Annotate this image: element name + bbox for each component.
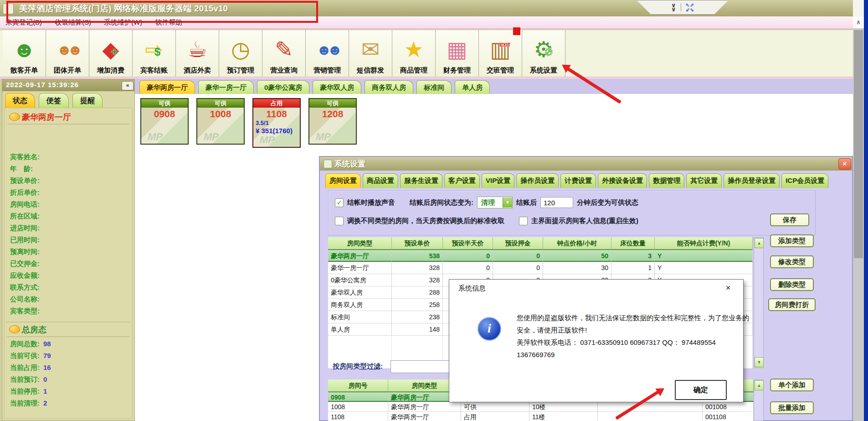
button-修改类型[interactable]: 修改类型 [770, 255, 814, 268]
toolbar-button-single-guest[interactable]: 散客开单 [3, 30, 46, 77]
checkout-options-group: ✓ 结帐时播放声音 结账后房间状态变为: 清理 ▼ 结账后 分钟后变为可供状态 … [328, 191, 816, 235]
sidebar-tab-1[interactable]: 状态 [5, 93, 35, 108]
flap-divider [681, 3, 681, 11]
scrollbar-up-arrow[interactable]: ∧ [853, 16, 864, 28]
toolbar-button-takeout[interactable]: 酒店外卖 [176, 30, 219, 77]
settings-tab-8[interactable]: 外接设备设置 [598, 173, 647, 188]
filter-label: 按房间类型过滤: [333, 362, 383, 371]
toolbar-button-label: 团体开单 [54, 66, 81, 75]
type-table-cell: Y [655, 262, 753, 274]
toolbar-button-business-query[interactable]: 营业查询 [262, 30, 306, 77]
status-after-combobox[interactable]: 清理 ▼ [477, 197, 513, 208]
type-table-cell: 单人房 [328, 323, 392, 336]
room-card-1108[interactable]: 占用11083.5/1¥ 351(1760)MP [252, 98, 301, 148]
toolbar-button-booking-clock[interactable]: 预订管理 [219, 30, 262, 77]
room-tab-5[interactable]: 商务双人房 [365, 80, 413, 94]
toolbar-button-goods-star[interactable]: 商品管理 [392, 30, 436, 77]
scroll-up-icon[interactable]: ▲ [755, 380, 764, 390]
after-minutes-input[interactable] [540, 197, 573, 208]
room-card-1208[interactable]: 可供1208MP [308, 98, 357, 145]
room-tab-1[interactable]: 豪华两房一厅 [139, 80, 195, 94]
toolbar-button-label: 增加消费 [97, 66, 124, 75]
message-line-4: 1367669769 [517, 348, 727, 361]
settings-tab-9[interactable]: 数据管理 [649, 173, 684, 188]
scroll-down-icon[interactable]: ▼ [755, 357, 764, 367]
toolbar-button-system-settings-gear[interactable]: 系统设置 [522, 30, 565, 77]
double-chevron-down-icon[interactable]: ∨∨ [671, 3, 676, 11]
rooms-table-scrollbar[interactable]: ▲ [754, 379, 764, 421]
add-consume-icon [103, 33, 119, 66]
button-添加类型[interactable]: 添加类型 [770, 234, 814, 247]
sidebar-tab-2[interactable]: 便签 [39, 93, 69, 108]
button-房间费打折[interactable]: 房间费打折 [768, 298, 816, 311]
settings-tab-7[interactable]: 计费设置 [560, 173, 596, 188]
message-close-icon[interactable]: × [723, 283, 734, 293]
save-button[interactable]: 保存 [770, 213, 809, 226]
room-tab-2[interactable]: 豪华一房一厅 [198, 80, 254, 94]
settings-tab-4[interactable]: 客户设置 [444, 173, 480, 188]
swap-room-type-checkbox[interactable] [335, 217, 344, 225]
settings-tab-2[interactable]: 商品设置 [363, 173, 398, 188]
sidebar: 2022-09-17 15:39:26 « 状态便签提醒 豪华两房一厅 宾客姓名… [2, 79, 135, 421]
settings-tab-12[interactable]: ICP会员设置 [781, 173, 828, 188]
settings-tab-3[interactable]: 服务生设置 [400, 173, 442, 188]
room-card-1008[interactable]: 可供1008MP [196, 98, 245, 145]
button-删除类型[interactable]: 删除类型 [770, 278, 814, 291]
page-scrollbar-thumb[interactable] [854, 30, 863, 258]
settings-tab-11[interactable]: 操作员登录设置 [724, 173, 780, 188]
summary-header: 总房态 [9, 324, 46, 335]
toolbar-button-shift-exit[interactable]: 交班管理 [479, 30, 522, 77]
toolbar-buttons: 散客开单团体开单增加消费宾客结账酒店外卖预订管理营业查询营销管理短信群发商品管理… [3, 30, 565, 77]
button-批量添加[interactable]: 批量添加 [770, 401, 814, 414]
type-table-row[interactable]: 豪华一房一厅32800301Y [328, 262, 753, 274]
datetime-label: 2022-09-17 15:39:26 [6, 81, 79, 88]
ok-button[interactable]: 确定 [675, 380, 727, 400]
expand-arrows-icon[interactable]: ⇖⇗⇙⇘ [686, 3, 694, 12]
type-table-scrollbar[interactable]: ▲ ▼ [754, 237, 764, 368]
settings-tab-10[interactable]: 其它设置 [686, 173, 722, 188]
room-type-header: 豪华两房一厅 [9, 112, 71, 123]
settings-tab-1[interactable]: 房间设置 [325, 173, 361, 188]
scroll-up-icon[interactable]: ▲ [755, 238, 764, 248]
desktop-edge [864, 0, 868, 421]
settings-tab-5[interactable]: VIP设置 [482, 173, 514, 188]
room-number: 1108 [253, 109, 300, 120]
toolbar-button-group-order[interactable]: 团体开单 [46, 30, 89, 77]
room-tab-7[interactable]: 单人房 [455, 80, 490, 94]
guest-field-4: 折后单价: [10, 188, 40, 197]
settings-dialog-titlebar: 系统设置 × [320, 157, 852, 171]
toolbar-button-sms-mail[interactable]: 短信群发 [349, 30, 392, 77]
shift-exit-icon [490, 33, 510, 66]
toolbar-button-marketing[interactable]: 营销管理 [306, 30, 349, 77]
stat-row-4: 当前预订:0 [10, 375, 51, 384]
stat-label: 房间总数: [10, 340, 40, 348]
after-minutes-suffix: 分钟后变为可供状态 [577, 198, 638, 207]
toolbar-button-guest-checkout[interactable]: 宾客结账 [133, 30, 176, 77]
stat-row-1: 房间总数:98 [10, 340, 51, 348]
rooms-table-row[interactable]: 1108豪华两房一厅占用11楼001108 [328, 412, 754, 421]
room-watermark: MP [316, 131, 331, 143]
sidebar-collapse-button[interactable]: « [122, 81, 134, 90]
settings-close-button[interactable]: × [838, 158, 851, 170]
stat-value: 79 [43, 352, 51, 359]
sidebar-tab-3[interactable]: 提醒 [72, 93, 103, 108]
type-table-cell: 0 [443, 262, 493, 274]
settings-tab-6[interactable]: 操作员设置 [516, 173, 559, 188]
room-tab-3[interactable]: 0豪华公寓房 [257, 80, 309, 94]
play-sound-checkbox[interactable]: ✓ [335, 198, 344, 207]
toolbar-button-finance[interactable]: 财务管理 [436, 30, 479, 77]
combobox-dropdown-icon[interactable]: ▼ [503, 198, 512, 208]
type-table-header-cell: 钟点价格/小时 [543, 237, 611, 249]
show-guest-info-checkbox[interactable] [519, 217, 528, 225]
type-table-cell: 288 [392, 286, 443, 299]
room-tab-4[interactable]: 豪华双人房 [313, 80, 361, 94]
room-tab-6[interactable]: 标准间 [416, 80, 452, 94]
toolbar-button-add-consume[interactable]: 增加消费 [89, 30, 133, 77]
button-单个添加[interactable]: 单个添加 [770, 379, 814, 391]
room-number: 0908 [141, 109, 188, 120]
type-table-row[interactable]: 豪华两房一厅53800503Y [328, 249, 753, 262]
filter-input[interactable] [390, 360, 450, 373]
rooms-table-row[interactable]: 1008豪华两房一厅可供10楼001008 [328, 402, 754, 412]
rooms-table-cell: 占用 [461, 412, 529, 421]
room-card-0908[interactable]: 可供0908MP [140, 98, 189, 145]
